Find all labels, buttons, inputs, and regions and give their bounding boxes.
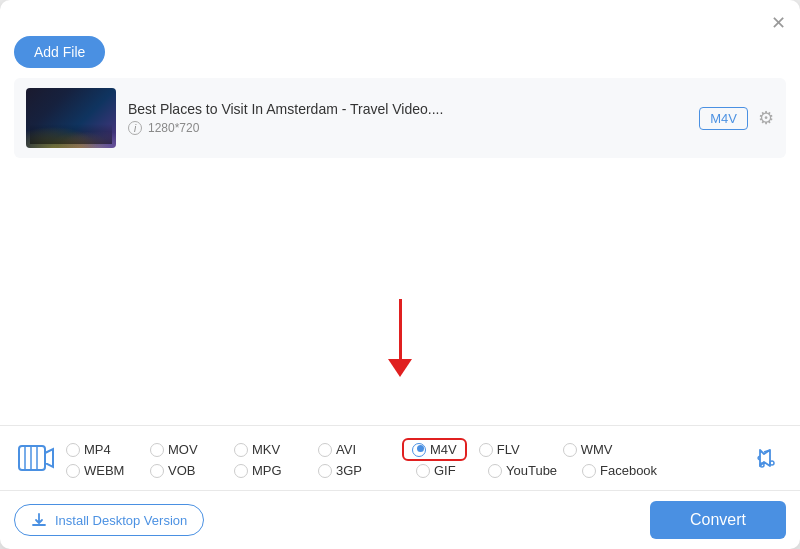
file-name: Best Places to Visit In Amsterdam - Trav… bbox=[128, 101, 687, 117]
title-bar: ✕ bbox=[0, 0, 800, 36]
radio-3gp[interactable] bbox=[318, 464, 332, 478]
radio-vob[interactable] bbox=[150, 464, 164, 478]
format-flv[interactable]: FLV bbox=[479, 442, 559, 457]
radio-avi[interactable] bbox=[318, 443, 332, 457]
format-vob[interactable]: VOB bbox=[150, 463, 230, 478]
format-mp4[interactable]: MP4 bbox=[66, 442, 146, 457]
radio-flv[interactable] bbox=[479, 443, 493, 457]
format-badge[interactable]: M4V bbox=[699, 107, 748, 130]
format-mkv[interactable]: MKV bbox=[234, 442, 314, 457]
file-list: Best Places to Visit In Amsterdam - Trav… bbox=[0, 78, 800, 252]
arrow-indicator bbox=[388, 299, 412, 377]
close-button[interactable]: ✕ bbox=[770, 15, 786, 31]
toolbar: Add File bbox=[0, 36, 800, 78]
svg-marker-1 bbox=[45, 449, 53, 467]
info-icon: i bbox=[128, 121, 142, 135]
file-item: Best Places to Visit In Amsterdam - Trav… bbox=[14, 78, 786, 158]
format-gif[interactable]: GIF bbox=[416, 463, 476, 478]
radio-mpg[interactable] bbox=[234, 464, 248, 478]
svg-point-6 bbox=[770, 461, 774, 465]
install-button[interactable]: Install Desktop Version bbox=[14, 504, 204, 536]
radio-mp4[interactable] bbox=[66, 443, 80, 457]
radio-gif[interactable] bbox=[416, 464, 430, 478]
format-facebook[interactable]: Facebook bbox=[582, 463, 662, 478]
radio-mkv[interactable] bbox=[234, 443, 248, 457]
arrow-line bbox=[399, 299, 402, 359]
svg-rect-0 bbox=[19, 446, 45, 470]
radio-wmv[interactable] bbox=[563, 443, 577, 457]
radio-webm[interactable] bbox=[66, 464, 80, 478]
file-resolution: 1280*720 bbox=[148, 121, 199, 135]
format-mov[interactable]: MOV bbox=[150, 442, 230, 457]
file-info: Best Places to Visit In Amsterdam - Trav… bbox=[128, 101, 687, 135]
format-mpg[interactable]: MPG bbox=[234, 463, 314, 478]
format-avi[interactable]: AVI bbox=[318, 442, 398, 457]
format-youtube[interactable]: YouTube bbox=[488, 463, 578, 478]
audio-format-icon[interactable] bbox=[746, 442, 786, 474]
format-grid: MP4 MOV MKV AVI M4V bbox=[66, 438, 742, 478]
format-webm[interactable]: WEBM bbox=[66, 463, 146, 478]
download-icon bbox=[31, 512, 47, 528]
radio-m4v[interactable] bbox=[412, 443, 426, 457]
arrow-head bbox=[388, 359, 412, 377]
radio-facebook[interactable] bbox=[582, 464, 596, 478]
format-m4v-selected[interactable]: M4V bbox=[402, 438, 467, 461]
file-thumbnail bbox=[26, 88, 116, 148]
bottom-bar: Install Desktop Version Convert bbox=[0, 490, 800, 549]
format-wmv[interactable]: WMV bbox=[563, 442, 643, 457]
file-actions: M4V ⚙ bbox=[699, 107, 774, 130]
convert-button[interactable]: Convert bbox=[650, 501, 786, 539]
settings-icon[interactable]: ⚙ bbox=[758, 107, 774, 129]
file-meta: i 1280*720 bbox=[128, 121, 687, 135]
format-row-2: WEBM VOB MPG 3GP GIF bbox=[66, 463, 742, 478]
install-label: Install Desktop Version bbox=[55, 513, 187, 528]
radio-mov[interactable] bbox=[150, 443, 164, 457]
radio-youtube[interactable] bbox=[488, 464, 502, 478]
format-row-1: MP4 MOV MKV AVI M4V bbox=[66, 438, 742, 461]
video-format-icon bbox=[14, 436, 58, 480]
middle-area bbox=[0, 252, 800, 426]
main-window: ✕ Add File Best Places to Visit In Amste… bbox=[0, 0, 800, 549]
format-bar: MP4 MOV MKV AVI M4V bbox=[0, 425, 800, 490]
format-3gp[interactable]: 3GP bbox=[318, 463, 398, 478]
add-file-button[interactable]: Add File bbox=[14, 36, 105, 68]
